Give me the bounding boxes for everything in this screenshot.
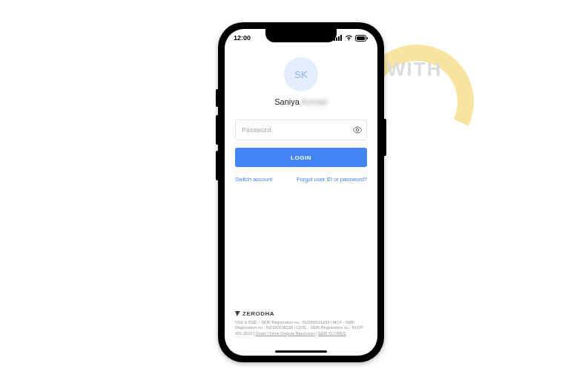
toggle-password-icon[interactable] bbox=[352, 125, 363, 135]
status-time: 12:00 bbox=[234, 34, 251, 42]
scores-link[interactable]: SEBI SCORES bbox=[318, 331, 346, 336]
svg-point-7 bbox=[356, 128, 359, 131]
user-name: Saniya Kumari bbox=[235, 97, 367, 106]
legal-text: NSE & BSE – SEBI Registration no.: INZ00… bbox=[235, 320, 367, 336]
svg-rect-3 bbox=[340, 35, 342, 41]
watermark-sub: WITH bbox=[387, 58, 442, 81]
switch-account-link[interactable]: Switch account bbox=[235, 176, 272, 183]
svg-rect-2 bbox=[338, 36, 340, 41]
svg-rect-5 bbox=[357, 36, 365, 40]
password-input[interactable] bbox=[235, 120, 367, 140]
brand-logo: ZERODHA bbox=[235, 310, 367, 317]
forgot-password-link[interactable]: Forgot user ID or password? bbox=[297, 176, 367, 183]
login-button[interactable]: LOGIN bbox=[235, 148, 367, 167]
battery-icon bbox=[355, 35, 369, 42]
phone-screen: 12:00 SK Saniya Kumari LOGIN Switch acco… bbox=[225, 29, 377, 356]
password-field-wrap bbox=[235, 120, 367, 140]
wifi-icon bbox=[345, 35, 353, 41]
phone-notch bbox=[265, 29, 337, 42]
user-avatar: SK bbox=[284, 57, 318, 91]
brand-icon bbox=[235, 311, 240, 316]
dispute-link[interactable]: Smart Online Dispute Resolution bbox=[256, 331, 315, 336]
phone-frame: 12:00 SK Saniya Kumari LOGIN Switch acco… bbox=[218, 22, 384, 362]
home-indicator[interactable] bbox=[275, 350, 327, 353]
svg-rect-6 bbox=[367, 37, 369, 39]
svg-rect-1 bbox=[336, 38, 337, 42]
